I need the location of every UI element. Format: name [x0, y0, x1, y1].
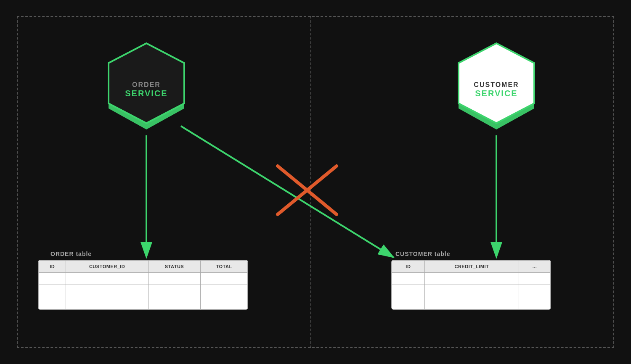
col-credit-limit: CREDIT_LIMIT: [424, 261, 519, 273]
table-row: [39, 273, 248, 285]
order-table-label: ORDER table: [50, 251, 92, 257]
col-total: TOTAL: [201, 261, 248, 273]
order-table: ID CUSTOMER_ID STATUS TOTAL: [38, 260, 248, 310]
customer-service-label-line1: CUSTOMER: [454, 81, 538, 89]
table-row: [392, 273, 551, 285]
table-row: [392, 297, 551, 309]
col-customer-id: CUSTOMER_ID: [66, 261, 148, 273]
order-service-label-line2: SERVICE: [104, 89, 188, 98]
col-status: STATUS: [148, 261, 201, 273]
table-row: [39, 285, 248, 297]
col-id: ID: [39, 261, 66, 273]
col-ellipsis: ...: [519, 261, 551, 273]
table-row: [39, 297, 248, 309]
customer-service-label-line2: SERVICE: [454, 89, 538, 98]
table-row: [392, 285, 551, 297]
order-service-hex: ORDER SERVICE: [104, 41, 188, 137]
customer-table-label: CUSTOMER table: [395, 251, 450, 257]
main-diagram: ORDER SERVICE CUSTOMER SERVICE ORDER tab…: [0, 0, 631, 364]
customer-table: ID CREDIT_LIMIT ...: [391, 260, 551, 310]
col-id-cust: ID: [392, 261, 425, 273]
order-service-label-line1: ORDER: [104, 81, 188, 89]
customer-service-hex: CUSTOMER SERVICE: [454, 41, 538, 137]
